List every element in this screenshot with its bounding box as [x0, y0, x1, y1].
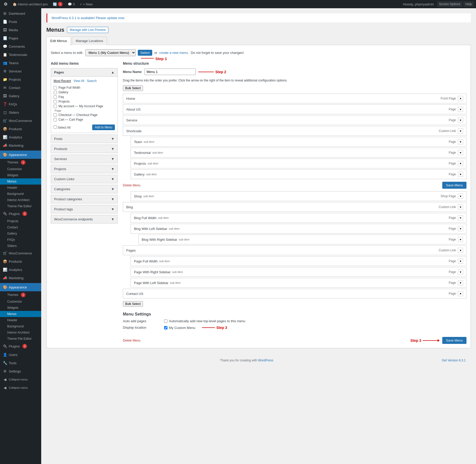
sidebar-item-header2[interactable]: Header [0, 317, 41, 323]
add-to-menu-button[interactable]: Add to Menu [92, 125, 115, 130]
sidebar-item-dashboard[interactable]: ⊞ Dashboard [0, 9, 41, 18]
products-section-header[interactable]: Products ▼ [51, 145, 117, 153]
adminbar-new[interactable]: + + New [78, 0, 95, 8]
help-button[interactable]: Help [463, 1, 474, 7]
blog-expand-button[interactable]: ▼ [458, 204, 463, 210]
shop-expand-button[interactable]: ▼ [458, 194, 463, 199]
sidebar-item-woocommerce[interactable]: 🛒 WooCommerce [0, 117, 41, 125]
menu-select[interactable]: Menu 1 (My Custom Menu) [85, 49, 136, 56]
sidebar-item-teams[interactable]: 👥 Teams [0, 59, 41, 67]
page-checkbox-checkout[interactable] [54, 113, 57, 117]
delete-menu-link-1[interactable]: Delete Menu [123, 184, 140, 187]
sidebar-item-marketing2[interactable]: 📣 Marketing [0, 274, 41, 282]
page-checkbox-myaccount[interactable] [54, 105, 57, 108]
adminbar-site-icon[interactable]: 🅦 [2, 0, 10, 8]
projects-section-header[interactable]: Projects ▼ [51, 165, 117, 173]
delete-menu-link-2[interactable]: Delete Menu [123, 339, 140, 342]
custom-links-header[interactable]: Custom Links ▼ [51, 175, 117, 183]
save-menu-button-1[interactable]: Save Menu [442, 182, 466, 189]
blog-right-sidebar-expand-button[interactable]: ▼ [458, 237, 463, 242]
sidebar-item-sliders[interactable]: ◫ Sliders [0, 108, 41, 117]
product-tags-header[interactable]: Product tags ▼ [51, 205, 117, 213]
categories-header[interactable]: Categories ▼ [51, 185, 117, 193]
adminbar-updates[interactable]: 🔄 5 [51, 0, 65, 8]
sidebar-item-interior-architect[interactable]: Interior Architect [0, 197, 41, 203]
page-left-sidebar-expand-button[interactable]: ▼ [458, 280, 463, 285]
footer-wp-link[interactable]: WordPress [258, 359, 273, 362]
tab-edit-menus[interactable]: Edit Menus [46, 37, 71, 45]
my-custom-menu-checkbox[interactable] [164, 326, 167, 329]
save-menu-button-2[interactable]: Save Menu [442, 337, 466, 344]
update-link[interactable]: WordPress 6.3.1 is available! Please upd… [52, 16, 125, 20]
sidebar-item-plugins-sliders[interactable]: Sliders [0, 243, 41, 249]
menu-name-input[interactable] [144, 69, 196, 75]
sidebar-item-collapse[interactable]: ◀ Collapse menu [0, 375, 41, 384]
sidebar-item-users[interactable]: 👤 Users [0, 351, 41, 359]
sidebar-item-theme-file-editor[interactable]: Theme File Editor [0, 203, 41, 209]
sidebar-item-themes[interactable]: Themes 1 [0, 159, 41, 166]
blog-left-sidebar-expand-button[interactable]: ▼ [458, 226, 463, 231]
sidebar-item-products[interactable]: 📦 Products [0, 125, 41, 133]
sidebar-item-widgets2[interactable]: Widgets [0, 305, 41, 311]
select-all-checkbox[interactable] [54, 125, 57, 129]
sidebar-item-widgets[interactable]: Widgets [0, 172, 41, 178]
pages-link-expand-button[interactable]: ▼ [458, 248, 463, 253]
sidebar-item-theme-file-editor2[interactable]: Theme File Editor [0, 336, 41, 342]
sidebar-item-plugins-gallery[interactable]: Gallery [0, 230, 41, 237]
tab-search[interactable]: Search [87, 79, 97, 83]
sidebar-item-customize[interactable]: Customize [0, 166, 41, 172]
get-version-link[interactable]: Get Version 6.3.1 [442, 359, 466, 362]
home-expand-button[interactable]: ▼ [458, 96, 463, 101]
sidebar-item-gallery[interactable]: 🖼 Gallery [0, 92, 41, 100]
bulk-select-button-bottom[interactable]: Bulk Select [123, 301, 143, 307]
create-menu-link[interactable]: create a new menu. [159, 51, 189, 55]
testimonial-expand-button[interactable]: ▼ [458, 150, 463, 155]
sidebar-item-woocommerce2[interactable]: 🛒 WooCommerce [0, 249, 41, 257]
sidebar-item-interior-architect2[interactable]: Interior Architect [0, 329, 41, 336]
adminbar-site-name[interactable]: 🏠 interior-architect-pro [11, 0, 50, 8]
tab-manage-locations[interactable]: Manage Locations [72, 37, 107, 45]
bulk-select-button[interactable]: Bulk Select [123, 85, 143, 91]
footer-version-link[interactable]: Get Version 6.3.1 [442, 359, 466, 362]
sidebar-item-plugins[interactable]: 🔌 Plugins 3 [0, 209, 41, 218]
sidebar-item-themes2[interactable]: Themes 1 [0, 291, 41, 299]
sidebar-item-customize2[interactable]: Customize [0, 299, 41, 305]
sidebar-item-analytics[interactable]: 📊 Analytics [0, 133, 41, 141]
sidebar-item-testimonials[interactable]: 📋 Testimonials [0, 51, 41, 59]
sidebar-item-collapse2[interactable]: ◀ Collapse menu [0, 384, 41, 392]
live-preview-button[interactable]: Manage with Live Preview [67, 27, 108, 33]
tab-view-all[interactable]: View All [73, 79, 84, 83]
sidebar-item-contact[interactable]: ✉ Contact [0, 84, 41, 92]
screen-options-button[interactable]: Screen Options [437, 1, 463, 7]
sidebar-item-background2[interactable]: Background [0, 323, 41, 329]
page-checkbox-cart[interactable] [54, 118, 57, 121]
page-checkbox-faq[interactable] [54, 95, 57, 99]
projects-sub-expand-button[interactable]: ▼ [458, 161, 463, 166]
sidebar-item-plugins2[interactable]: 🔌 Plugins 3 [0, 342, 41, 351]
page-checkbox-full-width[interactable] [54, 86, 57, 89]
sidebar-item-services[interactable]: ⚙ Services [0, 67, 41, 75]
tab-most-recent[interactable]: Most Recent [54, 79, 71, 83]
sidebar-item-projects[interactable]: 📁 Projects [0, 75, 41, 84]
service-expand-button[interactable]: ▼ [458, 118, 463, 123]
woocommerce-endpoints-header[interactable]: WooCommerce endpoints ▼ [51, 215, 117, 223]
sidebar-item-comments[interactable]: 💬 Comments [0, 42, 41, 51]
sidebar-item-analytics2[interactable]: 📊 Analytics [0, 266, 41, 274]
adminbar-comments[interactable]: 💬 0 [66, 0, 77, 8]
auto-add-checkbox[interactable] [164, 319, 167, 323]
about-expand-button[interactable]: ▼ [458, 107, 463, 112]
sidebar-item-appearance[interactable]: 🎨 Appearance [0, 151, 41, 159]
sidebar-item-appearance2[interactable]: 🎨 Appearance [0, 283, 41, 291]
select-button[interactable]: Select [138, 50, 152, 56]
sidebar-item-menus[interactable]: Menus [0, 178, 41, 185]
sidebar-item-header[interactable]: Header [0, 185, 41, 191]
sidebar-item-settings[interactable]: ⚙ Settings [0, 367, 41, 375]
shortcode-expand-button[interactable]: ▼ [458, 128, 463, 134]
services-section-header[interactable]: Services ▼ [51, 155, 117, 163]
page-full-width-expand-button[interactable]: ▼ [458, 259, 463, 264]
product-categories-header[interactable]: Product categories ▼ [51, 195, 117, 203]
blog-full-width-expand-button[interactable]: ▼ [458, 215, 463, 220]
sidebar-item-tools[interactable]: 🔧 Tools [0, 359, 41, 367]
sidebar-item-posts[interactable]: 📄 Posts [0, 18, 41, 26]
sidebar-item-plugins-faqs[interactable]: FAQs [0, 237, 41, 243]
